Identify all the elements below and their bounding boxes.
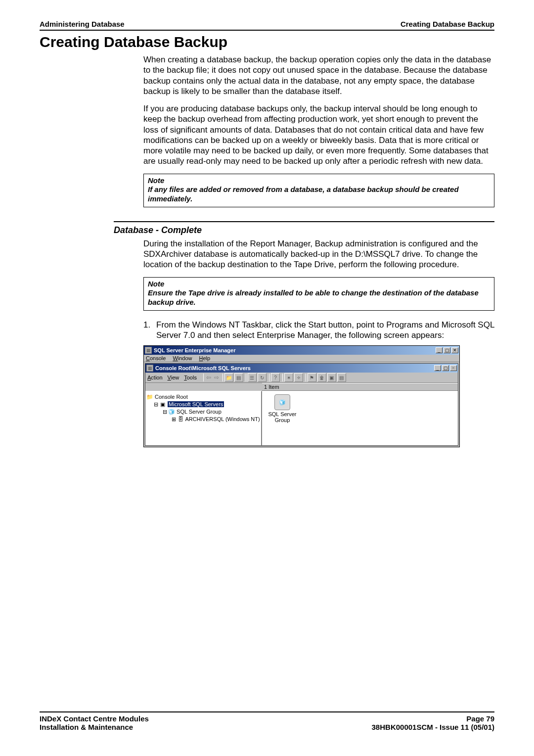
inner-toolbar: Action View Tools ⇦ ⇨ 📁 ▤ ☰ ↻ ? ✶ ✧ ⚑ 🗑 … — [145, 373, 458, 383]
section-rule — [114, 221, 494, 222]
intro-para-2: If you are producing database backups on… — [143, 103, 494, 167]
toolbar-tools[interactable]: Tools — [184, 375, 197, 380]
folder-icon: 📁 — [146, 393, 153, 401]
toolbar-sep-3 — [246, 374, 246, 381]
menu-console[interactable]: CConsoleonsole — [146, 355, 166, 361]
note-2-body: Ensure the Tape drive is already install… — [148, 288, 490, 307]
minus-icon[interactable]: ⊟ — [161, 408, 168, 416]
note-2-head: Note — [148, 280, 490, 289]
menu-window[interactable]: Window — [173, 355, 192, 361]
step-1-text: From the Windows NT Taskbar, click the S… — [156, 320, 494, 341]
tree-sql-server-group[interactable]: ⊟🧊 SQL Server Group — [146, 408, 260, 416]
step-1: 1. From the Windows NT Taskbar, click th… — [143, 320, 494, 341]
toolbar-sep-4 — [269, 374, 269, 381]
menu-help[interactable]: Help — [199, 355, 211, 361]
note-box-1: Note If any files are added or removed f… — [143, 174, 494, 207]
toolbar-sep-6 — [306, 374, 306, 381]
plus-icon[interactable]: ⊞ — [170, 416, 177, 423]
back-button[interactable]: ⇦ — [205, 373, 212, 382]
up-folder-button[interactable]: 📁 — [224, 373, 233, 382]
outer-window-titlebar[interactable]: ▦ SQL Server Enterprise Manager _ ▢ ✕ — [144, 346, 459, 355]
intro-para-1: When creating a database backup, the bac… — [143, 54, 494, 96]
enterprise-manager-screenshot: ▦ SQL Server Enterprise Manager _ ▢ ✕ CC… — [143, 345, 460, 447]
server-icon: ▣ — [159, 401, 166, 408]
sql-server-group-item[interactable]: 🧊 SQL Server Group — [265, 394, 300, 423]
toolbar-sep-2 — [222, 374, 223, 381]
tree-console-root[interactable]: 📁 Console Root — [146, 393, 260, 401]
db-icon: 🗄 — [177, 416, 184, 423]
section-subheading: Database - Complete — [114, 225, 494, 236]
footer-right-2: 38HBK00001SCM - Issue 11 (05/01) — [372, 723, 494, 731]
inner-minimize-button[interactable]: _ — [434, 365, 441, 371]
close-button[interactable]: ✕ — [451, 347, 458, 353]
tree-archiversql[interactable]: ⊞🗄 ARCHIVERSQL (Windows NT) — [146, 416, 260, 423]
group-icon: 🧊 — [168, 408, 175, 416]
note-box-2: Note Ensure the Tape drive is already in… — [143, 277, 494, 311]
inner-window: ▦ Console Root\Microsoft SQL Servers _ ▢… — [145, 363, 458, 446]
server-group-icon: 🧊 — [274, 394, 290, 410]
help-button[interactable]: ? — [271, 373, 280, 382]
register-button[interactable]: ⚑ — [308, 373, 316, 382]
step-1-number: 1. — [143, 320, 156, 341]
minus-icon[interactable]: ⊟ — [152, 401, 159, 408]
item-count-bar: 1 Item — [262, 383, 458, 391]
page-title: Creating Database Backup — [40, 34, 494, 50]
footer-left-1: INDeX Contact Centre Modules — [40, 714, 149, 723]
note-1-body: If any files are added or removed from a… — [148, 185, 490, 204]
toolbar-sep — [203, 374, 204, 381]
app-icon: ▦ — [145, 347, 152, 354]
tool-button-a[interactable]: ▣ — [327, 373, 336, 382]
outer-window-title: SQL Server Enterprise Manager — [154, 347, 436, 353]
header-left: Administering Database — [40, 20, 125, 28]
inner-window-titlebar[interactable]: ▦ Console Root\Microsoft SQL Servers _ ▢… — [145, 364, 458, 373]
tree-pane[interactable]: 📁 Console Root ⊟▣ Microsoft SQL Servers … — [145, 391, 262, 445]
item-label-line2: Group — [265, 417, 300, 423]
content-pane[interactable]: 🧊 SQL Server Group — [262, 391, 458, 445]
footer-left-2: Installation & Maintenance — [40, 723, 149, 731]
inner-window-title: Console Root\Microsoft SQL Servers — [155, 365, 434, 371]
split-panes: 📁 Console Root ⊟▣ Microsoft SQL Servers … — [145, 391, 458, 445]
inner-close-button[interactable]: ✕ — [450, 365, 457, 371]
section-para-1: During the installation of the Report Ma… — [143, 238, 494, 270]
inner-maximize-button[interactable]: ▢ — [442, 365, 449, 371]
footer-right-1: Page 79 — [372, 714, 494, 723]
new-button[interactable]: ✶ — [284, 373, 293, 382]
running-header: Administering Database Creating Database… — [40, 20, 494, 31]
page-footer: INDeX Contact Centre Modules Installatio… — [40, 711, 494, 731]
toolbar-action[interactable]: Action — [147, 375, 163, 380]
maximize-button[interactable]: ▢ — [444, 347, 450, 353]
wizard-button[interactable]: ✧ — [294, 373, 303, 382]
forward-button[interactable]: ⇨ — [213, 373, 220, 382]
tool-button-b[interactable]: ▤ — [337, 373, 346, 382]
procedure-list: 1. From the Windows NT Taskbar, click th… — [143, 320, 494, 341]
item-label-line1: SQL Server — [265, 411, 300, 417]
delete-button[interactable]: 🗑 — [317, 373, 326, 382]
tree-ms-sql-servers[interactable]: ⊟▣ Microsoft SQL Servers — [146, 401, 260, 408]
show-hide-tree-button[interactable]: ▤ — [234, 373, 243, 382]
properties-button[interactable]: ☰ — [248, 373, 257, 382]
minimize-button[interactable]: _ — [436, 347, 443, 353]
toolbar-view[interactable]: View — [168, 375, 179, 380]
refresh-button[interactable]: ↻ — [258, 373, 267, 382]
note-1-head: Note — [148, 176, 490, 186]
header-right: Creating Database Backup — [400, 20, 494, 28]
inner-app-icon: ▦ — [146, 365, 153, 372]
toolbar-sep-5 — [282, 374, 283, 381]
outer-menubar: CConsoleonsole Window Help — [144, 355, 459, 362]
